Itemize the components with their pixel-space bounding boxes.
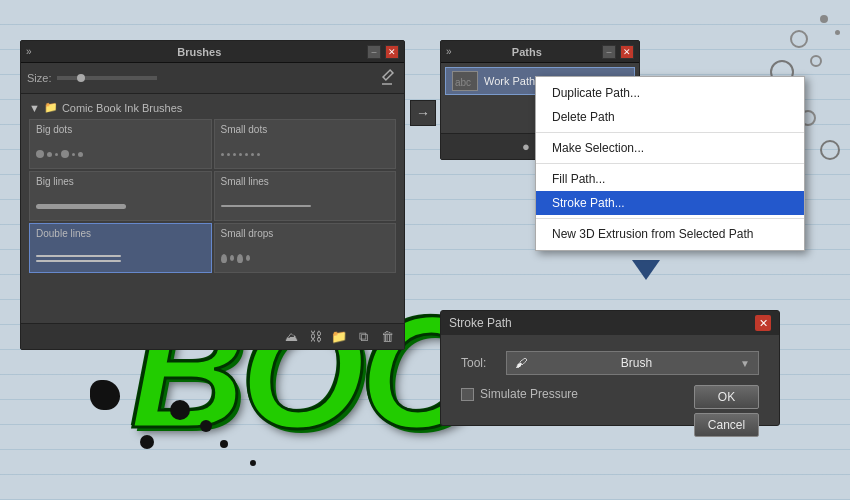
ink-splatter <box>140 435 154 449</box>
brush-item-small-lines[interactable]: Small lines <box>214 171 397 221</box>
menu-separator <box>536 218 804 219</box>
bubble <box>810 55 822 67</box>
tool-label: Tool: <box>461 356 496 370</box>
brushes-collapse-arrows[interactable]: » <box>26 46 32 57</box>
ink-splatter <box>250 460 256 466</box>
dropdown-arrow-icon: ▼ <box>740 358 750 369</box>
brush-item-big-dots[interactable]: Big dots <box>29 119 212 169</box>
brushes-panel-titlebar: » Brushes – ✕ <box>21 41 404 63</box>
paths-panel-title: Paths <box>512 46 542 58</box>
brush-group-name: Comic Book Ink Brushes <box>62 102 182 114</box>
menu-item-delete-path[interactable]: Delete Path <box>536 105 804 129</box>
dots-preview <box>36 150 83 158</box>
cancel-button[interactable]: Cancel <box>694 413 759 437</box>
brushes-minimize-btn[interactable]: – <box>367 45 381 59</box>
bubble <box>790 30 808 48</box>
drop <box>230 255 234 261</box>
ink-splatter <box>90 380 120 410</box>
bubble <box>820 140 840 160</box>
path-preview-svg: abc <box>453 72 479 92</box>
link-chain-icon[interactable]: ⛓ <box>306 328 324 346</box>
ink-splatter <box>835 30 840 35</box>
dialog-body: Tool: 🖌 Brush ▼ Simulate Pressure OK Can… <box>441 335 779 425</box>
dot <box>55 153 58 156</box>
brush-item-label: Small lines <box>221 176 390 187</box>
brushes-panel-controls: – ✕ <box>367 45 399 59</box>
trash-icon[interactable]: 🗑 <box>378 328 396 346</box>
paths-panel-titlebar: » Paths – ✕ <box>441 41 639 63</box>
dot <box>72 153 75 156</box>
brush-icon-small: 🖌 <box>515 356 527 370</box>
menu-item-duplicate-path[interactable]: Duplicate Path... <box>536 81 804 105</box>
collapse-arrow[interactable]: → <box>410 100 436 126</box>
brush-preview <box>36 144 205 164</box>
simulate-pressure-checkbox[interactable] <box>461 388 474 401</box>
simulate-pressure-label: Simulate Pressure <box>480 387 578 401</box>
brush-preview <box>221 144 390 164</box>
paths-close-btn[interactable]: ✕ <box>620 45 634 59</box>
brush-item-small-drops[interactable]: Small drops <box>214 223 397 273</box>
arrow-to-dialog <box>632 260 660 280</box>
stroke-path-dialog: Stroke Path ✕ Tool: 🖌 Brush ▼ Simulate P… <box>440 310 780 426</box>
brush-item-big-lines[interactable]: Big lines <box>29 171 212 221</box>
dot <box>233 153 236 156</box>
tool-dropdown[interactable]: 🖌 Brush ▼ <box>506 351 759 375</box>
size-label: Size: <box>27 72 51 84</box>
brush-item-double-lines[interactable]: Double lines <box>29 223 212 273</box>
brush-group-folder-icon: 📁 <box>44 101 58 114</box>
paths-collapse-arrows[interactable]: » <box>446 46 452 57</box>
dot <box>78 152 83 157</box>
context-menu: Duplicate Path... Delete Path Make Selec… <box>535 76 805 251</box>
dot <box>239 153 242 156</box>
dot <box>61 150 69 158</box>
paths-panel-controls: – ✕ <box>602 45 634 59</box>
dot <box>227 153 230 156</box>
ink-splatter <box>200 420 212 432</box>
drop <box>221 254 227 263</box>
brushes-bottom-bar: ⛰ ⛓ 📁 ⧉ 🗑 <box>21 323 404 349</box>
dots-preview <box>221 153 260 156</box>
line-preview <box>36 204 126 209</box>
circle-filled-icon[interactable]: ● <box>517 138 535 156</box>
tool-row: Tool: 🖌 Brush ▼ <box>461 351 759 375</box>
brush-preview <box>221 248 390 268</box>
tool-value: Brush <box>621 356 652 370</box>
ok-button[interactable]: OK <box>694 385 759 409</box>
svg-rect-0 <box>383 70 393 80</box>
dialog-close-btn[interactable]: ✕ <box>755 315 771 331</box>
size-slider[interactable] <box>57 76 157 80</box>
menu-item-new-3d[interactable]: New 3D Extrusion from Selected Path <box>536 222 804 246</box>
brush-preview <box>36 196 205 216</box>
menu-separator <box>536 132 804 133</box>
dialog-title-bar: Stroke Path ✕ <box>441 311 779 335</box>
menu-item-stroke-path[interactable]: Stroke Path... <box>536 191 804 215</box>
paths-minimize-btn[interactable]: – <box>602 45 616 59</box>
path-thumbnail: abc <box>452 71 478 91</box>
brushes-toolbar: Size: <box>21 63 404 94</box>
size-slider-thumb[interactable] <box>77 74 85 82</box>
dialog-buttons: OK Cancel <box>694 385 759 437</box>
dot <box>251 153 254 156</box>
brush-item-small-dots[interactable]: Small dots <box>214 119 397 169</box>
menu-item-make-selection[interactable]: Make Selection... <box>536 136 804 160</box>
brush-mode-icon[interactable] <box>376 67 398 89</box>
dot <box>221 153 224 156</box>
brushes-panel: » Brushes – ✕ Size: ▼ 📁 Comic Book Ink B… <box>20 40 405 350</box>
line <box>36 260 121 262</box>
dot <box>257 153 260 156</box>
mountain-icon[interactable]: ⛰ <box>282 328 300 346</box>
menu-item-fill-path[interactable]: Fill Path... <box>536 167 804 191</box>
brushes-content: ▼ 📁 Comic Book Ink Brushes Big dots <box>21 94 404 279</box>
brushes-panel-title: Brushes <box>177 46 221 58</box>
copy-icon[interactable]: ⧉ <box>354 328 372 346</box>
brushes-close-btn[interactable]: ✕ <box>385 45 399 59</box>
menu-separator <box>536 163 804 164</box>
brush-preview <box>36 248 205 268</box>
folder-icon[interactable]: 📁 <box>330 328 348 346</box>
brush-item-label: Small drops <box>221 228 390 239</box>
dialog-title: Stroke Path <box>449 316 512 330</box>
brush-grid: Big dots Small dots <box>25 117 400 275</box>
brush-item-label: Big dots <box>36 124 205 135</box>
svg-text:abc: abc <box>455 77 471 88</box>
brush-item-label: Small dots <box>221 124 390 135</box>
